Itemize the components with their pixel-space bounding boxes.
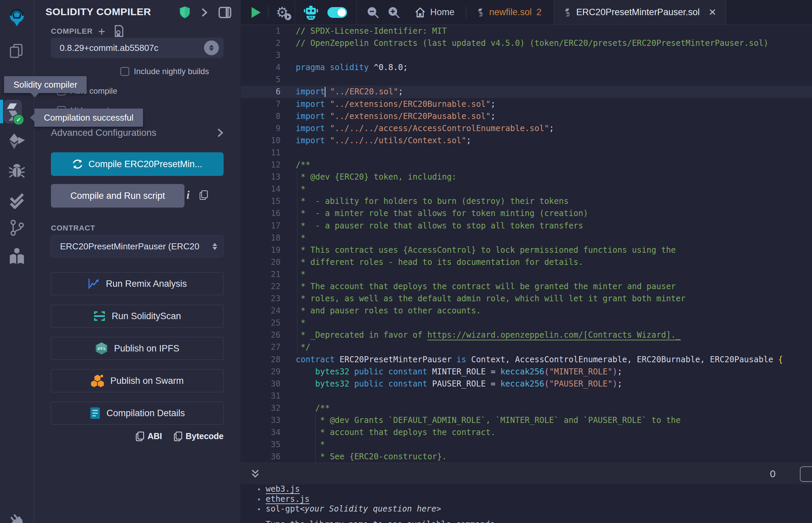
publish-swarm-button[interactable]: Publish on Swarm <box>51 369 224 392</box>
terminal-bar[interactable]: 0 <box>241 463 812 484</box>
run-remix-analysis-button[interactable]: Run Remix Analysis <box>51 272 224 295</box>
info-icon[interactable]: i <box>187 189 190 201</box>
code-line[interactable]: 25 * <box>241 317 812 329</box>
code-line[interactable]: 17 * - a pauser role that allows to stop… <box>241 220 812 232</box>
code-line[interactable]: 16 * - a minter role that allows for tok… <box>241 207 812 219</box>
line-number: 28 <box>241 354 292 366</box>
copy-icon <box>136 432 144 441</box>
chevron-right-icon[interactable] <box>201 7 208 20</box>
line-number: 19 <box>241 244 292 256</box>
add-compiler-icon[interactable]: + <box>98 25 105 38</box>
ipfs-icon: IPFS <box>95 342 108 355</box>
terminal-output[interactable]: •web3.js•ethers.js•sol-gpt <your Solidit… <box>241 484 812 523</box>
code-line[interactable]: 36 * See {ERC20-constructor}. <box>241 451 812 462</box>
run-solidityscan-label: Run SolidityScan <box>112 311 181 322</box>
publish-swarm-label: Publish on Swarm <box>110 376 184 386</box>
code-line[interactable]: 18 * <box>241 232 812 244</box>
line-number: 17 <box>241 220 292 232</box>
file-explorer-icon[interactable] <box>0 41 34 61</box>
code-line[interactable]: 5 <box>241 73 812 86</box>
code-line[interactable]: 22 * The account that deploys the contra… <box>241 281 812 292</box>
code-line[interactable]: 23 * roles, as well as the default admin… <box>241 292 812 305</box>
nightly-builds-checkbox[interactable] <box>120 67 129 76</box>
remix-ide-window: ✓ <box>0 0 812 523</box>
remix-logo-icon[interactable] <box>0 7 34 27</box>
code-line[interactable]: 8import "../extensions/ERC20Pausable.sol… <box>241 110 812 122</box>
script-config-icon[interactable]: ⚙ <box>276 5 289 20</box>
code-line[interactable]: 14 * <box>241 183 812 195</box>
code-editor[interactable]: 1// SPDX-License-Identifier: MIT2// Open… <box>241 25 812 462</box>
code-line[interactable]: 10import "../../../utils/Context.sol"; <box>241 134 812 147</box>
run-script-icon[interactable] <box>251 7 261 18</box>
line-number: 27 <box>241 341 292 353</box>
line-number: 20 <box>241 256 292 268</box>
code-line[interactable]: 12/** <box>241 159 812 171</box>
tab-erc20presetminterpauser[interactable]: ERC20PresetMinterPauser.sol ✕ <box>554 0 726 24</box>
code-line[interactable]: 33 * @dev Grants `DEFAULT_ADMIN_ROLE`, `… <box>241 414 812 426</box>
terminal-list-item[interactable]: •ethers.js <box>257 494 812 504</box>
code-line[interactable]: 19 * This contract uses {AccessControl} … <box>241 244 812 256</box>
pin-panel-icon[interactable] <box>218 6 232 20</box>
deploy-run-icon[interactable] <box>0 131 34 151</box>
code-line[interactable]: 6import "../ERC20.sol"; <box>241 86 812 98</box>
compilation-details-button[interactable]: Compilation Details <box>51 402 224 425</box>
code-line[interactable]: 13 * @dev {ERC20} token, including: <box>241 171 812 183</box>
expand-terminal-icon[interactable] <box>250 468 260 480</box>
zoom-in-icon[interactable] <box>387 6 401 19</box>
line-number: 16 <box>241 207 292 219</box>
copy-abi-button[interactable]: ABI <box>136 431 162 441</box>
code-line[interactable]: 34 * account that deploys the contract. <box>241 426 812 438</box>
compiler-version-select[interactable]: 0.8.29+commit.ab55807c <box>51 38 224 58</box>
code-line[interactable]: 1// SPDX-License-Identifier: MIT <box>241 25 812 37</box>
nightly-builds-label: Include nightly builds <box>134 67 209 76</box>
code-line[interactable]: 15 * - ability for holders to burn (dest… <box>241 195 812 207</box>
code-line[interactable]: 35 * <box>241 438 812 451</box>
code-line[interactable]: 29 bytes32 public constant MINTER_ROLE =… <box>241 366 812 378</box>
code-line[interactable]: 31 <box>241 390 812 402</box>
compile-button[interactable]: Compile ERC20PresetMin... <box>51 152 224 176</box>
code-line[interactable]: 11 <box>241 147 812 159</box>
svg-text:IPFS: IPFS <box>98 347 106 351</box>
line-number: 34 <box>241 426 292 438</box>
code-line[interactable]: 26 * _Deprecated in favor of https://wiz… <box>241 329 812 341</box>
code-line[interactable]: 32 /** <box>241 402 812 414</box>
code-line[interactable]: 9import "../../../access/AccessControlEn… <box>241 122 812 134</box>
code-line[interactable]: 3 <box>241 49 812 61</box>
learneth-icon[interactable] <box>0 246 34 268</box>
code-lines: 1// SPDX-License-Identifier: MIT2// Open… <box>241 25 812 462</box>
code-line[interactable]: 7import "../extensions/ERC20Burnable.sol… <box>241 98 812 110</box>
git-icon[interactable] <box>0 218 34 237</box>
code-line[interactable]: 21 * <box>241 268 812 281</box>
plugin-manager-icon[interactable] <box>0 511 34 523</box>
zoom-out-icon[interactable] <box>366 6 380 19</box>
code-line[interactable]: 20 * different roles - head to its docum… <box>241 256 812 268</box>
tab-newfile[interactable]: newfile.sol 2 <box>476 0 542 24</box>
nightly-builds-row[interactable]: Include nightly builds <box>120 67 209 76</box>
abi-label: ABI <box>147 431 162 441</box>
close-tab-icon[interactable]: ✕ <box>708 8 716 17</box>
code-line[interactable]: 24 * and pauser roles to other accounts. <box>241 305 812 317</box>
code-line[interactable]: 4pragma solidity ^0.8.0; <box>241 61 812 73</box>
publish-ipfs-button[interactable]: IPFS Publish on IPFS <box>51 337 224 360</box>
compiler-license-icon[interactable] <box>114 25 124 38</box>
terminal-search-box-partial[interactable] <box>800 466 812 482</box>
copilot-toggle[interactable] <box>328 7 347 18</box>
copy-bytecode-button[interactable]: Bytecode <box>174 431 224 441</box>
code-line[interactable]: 28contract ERC20PresetMinterPauser is Co… <box>241 354 812 366</box>
compile-and-run-button[interactable]: Compile and Run script <box>51 184 184 208</box>
copy-icon[interactable] <box>200 191 208 200</box>
home-tab-label: Home <box>430 7 455 18</box>
tab-home[interactable]: Home <box>415 7 455 18</box>
contract-select[interactable]: ERC20PresetMinterPauser (ERC20 <box>51 235 224 257</box>
code-line[interactable]: 2// OpenZeppelin Contracts (last updated… <box>241 37 812 49</box>
run-solidityscan-button[interactable]: Run SolidityScan <box>51 305 224 327</box>
advanced-configurations[interactable]: Advanced Configurations <box>51 127 224 138</box>
ai-copilot-robot-icon[interactable] <box>304 5 318 20</box>
debugger-icon[interactable] <box>0 161 34 181</box>
code-line[interactable]: 27 */ <box>241 341 812 353</box>
line-number: 6 <box>241 86 292 98</box>
code-line[interactable]: 30 bytes32 public constant PAUSER_ROLE =… <box>241 378 812 390</box>
tab-erc20-label: ERC20PresetMinterPauser.sol <box>576 7 700 18</box>
unit-testing-icon[interactable] <box>0 190 34 210</box>
terminal-list-item[interactable]: •web3.js <box>257 484 812 494</box>
